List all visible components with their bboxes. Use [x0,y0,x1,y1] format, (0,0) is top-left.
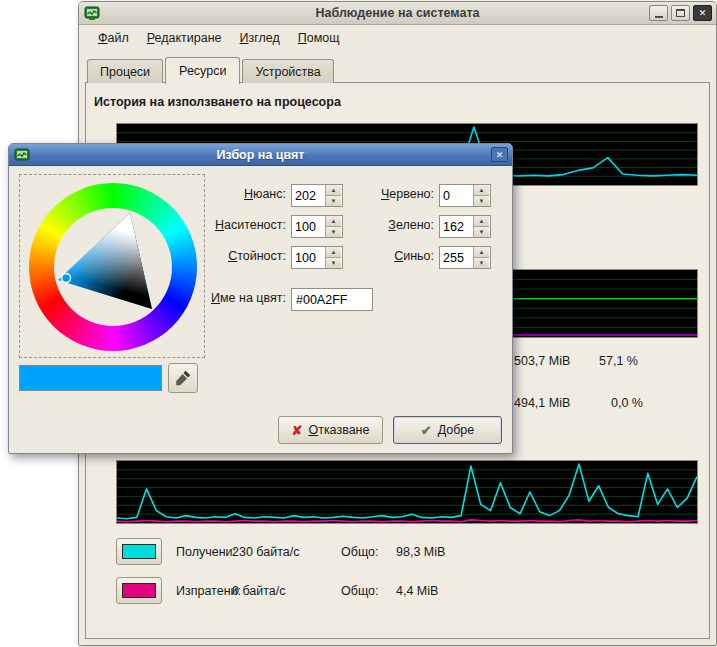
ok-button-label: Добре [438,423,475,437]
red-input[interactable] [440,185,473,206]
red-spin-down[interactable]: ▼ [474,196,489,206]
menu-file[interactable]: Файл [89,28,138,48]
eyedropper-button[interactable] [168,363,198,393]
received-rate-value: 230 байта/с [232,545,299,559]
network-history-chart [116,460,698,524]
green-spin-down[interactable]: ▼ [474,227,489,237]
red-label: Червено: [352,187,434,201]
sent-color-button[interactable] [116,577,162,604]
saturation-label: Наситеност: [169,218,286,232]
saturation-input[interactable] [292,216,325,237]
received-color-swatch [122,544,156,559]
dialog-close-button[interactable]: ✕ [491,147,508,162]
green-label: Зелено: [352,218,434,232]
blue-input[interactable] [440,247,473,268]
menu-help[interactable]: Помощ [289,28,349,48]
hue-spin-up[interactable]: ▲ [326,185,341,196]
saturation-spin-down[interactable]: ▼ [326,227,341,237]
minimize-button[interactable] [649,5,668,21]
green-input[interactable] [440,216,473,237]
blue-spin-down[interactable]: ▼ [474,258,489,268]
hue-spinner: ▲▼ [291,184,343,207]
red-spinner: ▲▼ [439,184,491,207]
received-total-value: 98,3 MiB [396,545,445,559]
eyedropper-icon [174,369,192,387]
maximize-button[interactable] [671,5,690,21]
value-input[interactable] [292,247,325,268]
dialog-title: Избор на цвят [217,148,305,162]
color-preview-swatch [19,365,162,391]
hue-ring[interactable] [29,183,197,351]
color-wheel-area [19,174,205,358]
value-spin-up[interactable]: ▲ [326,247,341,258]
saturation-spinner: ▲▼ [291,215,343,238]
close-button[interactable]: ✕ [693,5,712,21]
dialog-icon [14,147,30,163]
color-picker-dialog: Избор на цвят ✕ [8,143,513,454]
main-titlebar[interactable]: Наблюдение на системата ✕ [79,2,716,25]
dialog-titlebar[interactable]: Избор на цвят ✕ [9,144,512,166]
value-spinner: ▲▼ [291,246,343,269]
main-window-title: Наблюдение на системата [316,6,480,20]
green-spin-up[interactable]: ▲ [474,216,489,227]
sent-total-value: 4,4 MiB [396,584,438,598]
color-name-input[interactable] [291,288,373,311]
sent-color-swatch [122,583,156,598]
memory-percent-value: 57,1 % [599,354,638,368]
hue-label: Нюанс: [169,187,286,201]
green-spinner: ▲▼ [439,215,491,238]
hue-spin-down[interactable]: ▼ [326,196,341,206]
cancel-button-label: Отказване [308,423,369,437]
red-spin-up[interactable]: ▲ [474,185,489,196]
blue-spin-up[interactable]: ▲ [474,247,489,258]
app-icon [84,5,100,21]
blue-spinner: ▲▼ [439,246,491,269]
menu-view[interactable]: Изглед [231,28,289,48]
tab-resources[interactable]: Ресурси [165,57,240,84]
value-label: Стойност: [169,249,286,263]
color-name-label: Име на цвят: [169,291,286,305]
received-label: Получени: [176,545,236,559]
cpu-history-heading: История на използването на процесора [94,95,341,109]
saturation-spin-up[interactable]: ▲ [326,216,341,227]
blue-label: Синьо: [352,249,434,263]
cancel-x-icon: ✘ [292,423,303,438]
sent-rate-value: 0 байта/с [232,584,286,598]
sent-total-label: Общо: [341,584,378,598]
menubar: Файл Редактиране Изглед Помощ [81,26,714,50]
ok-check-icon: ✔ [421,423,432,438]
maximize-icon [676,9,685,17]
hue-input[interactable] [292,185,325,206]
ok-button[interactable]: ✔ Добре [393,416,502,444]
sv-triangle[interactable] [29,183,197,351]
tab-processes[interactable]: Процеси [87,59,163,83]
minimize-icon [655,16,663,18]
received-color-button[interactable] [116,538,162,565]
memory-total-value: 503,7 MiB [514,354,570,368]
swap-total-value: 494,1 MiB [514,396,570,410]
received-total-label: Общо: [341,545,378,559]
swap-percent-value: 0,0 % [611,396,643,410]
tab-devices[interactable]: Устройства [242,59,333,83]
menu-edit[interactable]: Редактиране [138,28,231,48]
value-spin-down[interactable]: ▼ [326,258,341,268]
cancel-button[interactable]: ✘ Отказване [278,416,383,444]
tabstrip: Процеси Ресурси Устройства [87,54,336,83]
